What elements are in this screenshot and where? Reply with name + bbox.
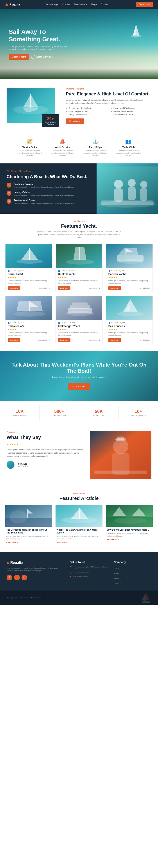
article-desc-0: Lorem ipsum dolor sit amet consectetur a… [6, 535, 51, 540]
footer-link-contact[interactable]: Contact [114, 582, 121, 585]
stat-label-0: Happy Tourists [3, 414, 36, 416]
footer-boat-decoration: ⛵ [140, 593, 151, 603]
nav-link-destinations[interactable]: Destinations [74, 3, 87, 6]
yacht-name-1: Dunkrik Yacht [58, 273, 100, 276]
about-feature-2: ✓Expert Skipper To Sail [66, 110, 106, 113]
watch-video-button[interactable]: ▶ Watch Our Video [31, 55, 53, 59]
hero-title: Sail Away To Something Great. [9, 28, 70, 43]
article-link-0[interactable]: Read More > [6, 541, 51, 544]
stat-3: 10+ Years Experience [119, 405, 158, 420]
yacht-desc-1: Lorem ipsum dolor sit amet, consectetur … [58, 279, 100, 284]
yacht-image-3 [5, 296, 52, 320]
footer-bottom-wrap: Copyright 2022 — Powered by ThemeForest … [0, 590, 158, 605]
yachts-tag: See The Best [5, 220, 153, 222]
footer-link-about[interactable]: About [114, 572, 119, 575]
service-charter-guide: 🧭 Charter Guide Lorem ipsum dolor sit am… [17, 138, 43, 157]
yacht-image-2 [106, 244, 153, 268]
yacht-guests-5: 👤 12 [108, 322, 113, 324]
testimonial-title: What They Say [7, 435, 84, 440]
book-now-button[interactable]: Book Now [136, 2, 153, 7]
yacht-guests-1: 👤 4 [58, 270, 61, 272]
hero-buttons: Discover More ▶ Watch Our Video [9, 54, 70, 60]
yacht-stars-3: ★★★★★ [8, 329, 50, 331]
svg-rect-60 [79, 508, 80, 519]
footer-link-news[interactable]: News [114, 577, 119, 580]
service-text-1: Lorem ipsum dolor sit amet consectetur a… [50, 149, 76, 157]
svg-rect-55 [27, 509, 28, 518]
article-card-2: Why Do We Love Boat Adventure More ? Lor… [106, 505, 153, 545]
know-more-button[interactable]: Know More [66, 119, 84, 124]
yacht-price-1: from $1200 / 1 [89, 287, 100, 289]
svg-rect-7 [30, 94, 31, 107]
why-title: Chartering A Boat Is What We Do Best. [7, 174, 90, 179]
yacht-card-1: 👤 4 🛏 3 📏 30ft Dunkrik Yacht ★★★★★ Lorem… [56, 244, 102, 292]
yacht-meta-2: 👤 6 🛏 4 📏 40ft [108, 270, 150, 272]
yacht-image-5 [106, 296, 153, 320]
about-features-list: ✓Charter Yacht Technology ✓Luxury Yacht … [66, 107, 151, 116]
svg-rect-3 [136, 24, 136, 35]
yacht-meta-3: 👤 8 🛏 5 📏 47ft [8, 322, 50, 324]
why-item-title-0: Facilities Provide [13, 183, 75, 185]
yacht-info-0: 👤 2 🛏 2 📏 23ft Baruji Yacht ★★★★★ Lorem … [5, 268, 52, 292]
testimonial-section: Testimonial What They Say ★★★★★ Lorem ip… [0, 425, 158, 486]
nav-link-homepage[interactable]: Homepage [46, 3, 58, 6]
about-badge-number: 20+ [44, 117, 57, 121]
svg-rect-29 [126, 248, 126, 255]
yacht-guests-3: 👤 8 [8, 322, 11, 324]
article-link-2[interactable]: Read More > [107, 538, 152, 541]
nav-link-charter[interactable]: Charter [62, 3, 70, 6]
testimonial-person-image [90, 431, 151, 479]
yacht-desc-2: Lorem ipsum dolor sit amet, consectetur … [108, 279, 150, 284]
footer-logo: Regatta [7, 561, 63, 565]
svg-point-13 [140, 181, 147, 188]
yacht-book-3[interactable]: Book Now [8, 338, 20, 342]
service-title-1: Yacht Service [50, 146, 76, 149]
service-title-3: Yacht Club [115, 146, 141, 149]
facebook-icon[interactable]: f [7, 575, 12, 581]
yacht-stars-4: ★★★★★ [58, 329, 100, 331]
yacht-book-5[interactable]: Book Now [108, 338, 121, 342]
nav-link-page[interactable]: Page [91, 3, 97, 6]
footer-logo-icon [7, 561, 9, 564]
yacht-service-icon: ⛵ [50, 138, 76, 145]
article-link-1[interactable]: Read More > [56, 541, 101, 544]
about-feature-4: ✓Safety Nets Available [66, 114, 106, 116]
yacht-footer-1: Book Now from $1200 / 1 [58, 286, 100, 290]
stat-num-0: 10K [3, 409, 36, 414]
footer-phone-text: +91 (985) 846 8765 [73, 571, 89, 573]
article-card-0: The Gorgeous Yachts In The History Of Th… [5, 505, 52, 545]
why-right-image [97, 163, 158, 214]
yacht-book-2[interactable]: Book Now [108, 286, 121, 290]
yacht-meta-1: 👤 4 🛏 3 📏 30ft [58, 270, 100, 272]
article-image-2 [106, 505, 153, 527]
yacht-book-0[interactable]: Book Now [8, 286, 20, 290]
yacht-price-2: from $1500 / 1 [139, 287, 150, 289]
yacht-price-5: from $3000 / 1 [139, 339, 150, 341]
footer-link-home[interactable]: Home [114, 567, 119, 569]
why-num-1: 2 [7, 191, 11, 196]
yacht-book-4[interactable]: Book Now [58, 338, 70, 342]
service-title-2: Fleet Ships [82, 146, 108, 149]
about-section: 20+ Boat & Yacht Available Welcome To Re… [0, 79, 158, 134]
logo-icon [5, 3, 8, 6]
svg-rect-12 [128, 187, 136, 200]
footer-email-text: example@gmail.com [73, 575, 89, 577]
article-info-1: What's The Main Challenge For A Yacht Sa… [56, 527, 102, 545]
svg-rect-14 [140, 188, 147, 201]
svg-rect-38 [68, 308, 92, 313]
twitter-icon[interactable]: t [14, 575, 20, 581]
stat-label-1: Member Active [43, 414, 75, 416]
article-info-0: The Gorgeous Yachts In The History Of Th… [5, 527, 52, 545]
instagram-icon[interactable]: in [22, 575, 27, 581]
yacht-desc-5: Lorem ipsum dolor sit amet, consectetur … [108, 332, 150, 336]
discover-more-button[interactable]: Discover More [9, 54, 29, 60]
yacht-book-1[interactable]: Book Now [58, 286, 70, 290]
article-title-0: The Gorgeous Yachts In The History Of Th… [6, 528, 51, 534]
hero-content: Sail Away To Something Great. Lorem ipsu… [9, 28, 70, 59]
yacht-cabins-0: 🛏 2 [13, 270, 16, 272]
nav-link-contact[interactable]: Contact [101, 3, 109, 6]
author-role: Yacht Member [17, 465, 28, 467]
yacht-name-2: Bariean Yacht [108, 273, 150, 276]
water-bg [0, 351, 158, 401]
article-info-2: Why Do We Love Boat Adventure More ? Lor… [106, 527, 153, 542]
